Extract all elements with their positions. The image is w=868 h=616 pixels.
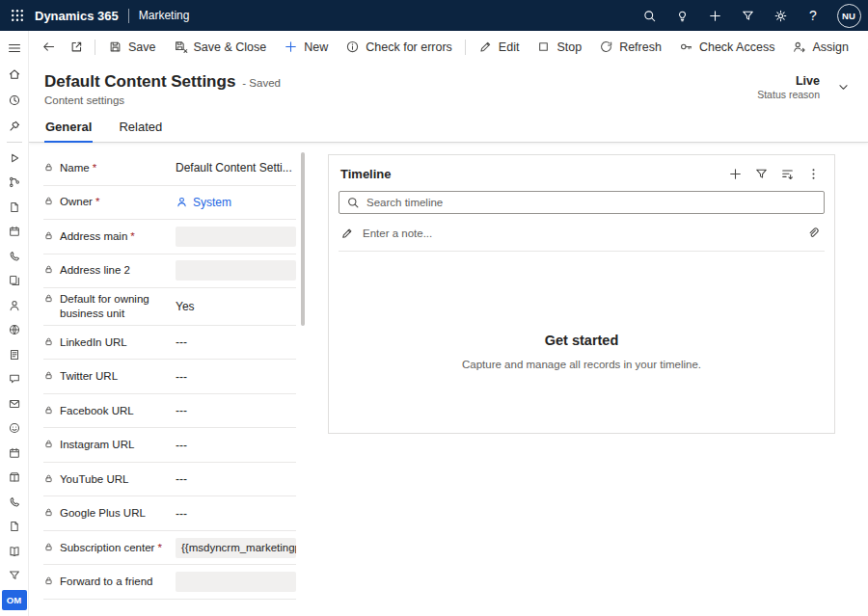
lock-icon (43, 230, 54, 241)
sidebar-item-person[interactable] (0, 293, 29, 318)
sidebar-item-form[interactable] (0, 342, 29, 367)
save-and-close-label: Save & Close (194, 40, 267, 54)
filter-button[interactable] (731, 0, 764, 31)
app-name[interactable]: Marketing (139, 9, 190, 22)
instagram-value: --- (176, 439, 187, 452)
tab-general[interactable]: General (44, 120, 93, 143)
sidebar-item-home[interactable] (0, 61, 29, 87)
new-button[interactable]: New (275, 35, 337, 60)
sidebar-item-pinned[interactable] (0, 113, 29, 139)
edit-button[interactable]: Edit (470, 35, 529, 60)
save-button[interactable]: Save (99, 35, 165, 60)
share-button[interactable]: Share (857, 35, 868, 60)
chat-icon (8, 372, 21, 386)
open-record-button[interactable] (63, 35, 91, 60)
timeline-search-input[interactable] (339, 191, 825, 214)
header-expand-button[interactable] (831, 76, 854, 99)
timeline-search (339, 191, 825, 214)
field-row-address-main: Address main* (43, 220, 296, 254)
quick-create-button[interactable] (698, 0, 731, 31)
address-main-input[interactable] (176, 227, 296, 247)
status-reason-value: Live (757, 74, 820, 88)
sidebar-item-recent[interactable] (0, 87, 29, 113)
record-header: Default Content Settings - Saved Content… (29, 63, 868, 143)
field-label: Owner* (43, 195, 171, 209)
field-label: Google Plus URL (43, 506, 171, 521)
timeline-note-input[interactable] (363, 228, 795, 239)
entity-subtitle: Content settings (44, 94, 757, 106)
check-for-errors-button[interactable]: Check for errors (337, 35, 461, 60)
sidebar-item-book[interactable] (0, 539, 29, 564)
lock-icon (43, 196, 54, 206)
form-icon (8, 348, 21, 362)
page-shell: OM Save Save & Close New Check for error… (0, 31, 868, 616)
home-icon (8, 67, 21, 81)
form-tabs: General Related (44, 120, 163, 143)
lightbulb-button[interactable] (665, 0, 698, 31)
scrollbar-thumb[interactable] (301, 152, 305, 326)
sidebar-item-funnel[interactable] (0, 564, 29, 589)
search-button[interactable] (633, 0, 665, 31)
stop-icon (536, 40, 551, 54)
assign-button[interactable]: Assign (783, 35, 857, 60)
sitemap-toggle-button[interactable] (0, 35, 29, 61)
person-icon (176, 196, 188, 208)
sidebar-item-document-2[interactable] (0, 515, 29, 540)
sidebar-item-chat[interactable] (0, 367, 29, 392)
sidebar-item-copy[interactable] (0, 269, 29, 294)
plus-icon (708, 9, 722, 23)
lock-icon (43, 293, 54, 304)
owner-lookup-link[interactable]: System (176, 196, 296, 209)
attach-file-button[interactable] (803, 224, 823, 243)
back-button[interactable] (35, 35, 63, 60)
field-label: Address line 2 (43, 263, 171, 278)
field-label-text: LinkedIn URL (60, 336, 127, 348)
sidebar-item-phone[interactable] (0, 244, 29, 269)
field-label-text: Default for owning business unit (60, 293, 149, 319)
account-button[interactable]: NU (829, 0, 868, 31)
save-and-close-button[interactable]: Save & Close (165, 35, 276, 60)
stop-button[interactable]: Stop (528, 35, 590, 60)
field-value: --- (171, 370, 296, 384)
branch-icon (8, 175, 21, 189)
field-row-facebook-url: Facebook URL --- (43, 394, 296, 429)
sidebar-item-mail[interactable] (0, 391, 29, 416)
app-launcher-button[interactable] (0, 0, 35, 31)
settings-button[interactable] (764, 0, 797, 31)
sidebar-item-phone-2[interactable] (0, 490, 29, 515)
area-switcher[interactable]: OM (2, 590, 27, 610)
refresh-button[interactable]: Refresh (590, 35, 670, 60)
sidebar-item-calendar-2[interactable] (0, 441, 29, 466)
timeline-more-button[interactable] (800, 162, 827, 185)
sidebar-item-globe[interactable] (0, 318, 29, 343)
field-row-forward-to-a-friend: Forward to a friend (43, 565, 296, 600)
timeline-add-button[interactable] (722, 162, 748, 185)
help-button[interactable]: ? (797, 0, 829, 31)
subscription-center-value: {{msdyncrm_marketingp (181, 542, 296, 553)
forward-friend-input[interactable] (176, 572, 296, 592)
new-label: New (304, 40, 328, 54)
sidebar-item-document[interactable] (0, 195, 29, 220)
lock-icon (43, 336, 54, 347)
sidebar-item-smiley[interactable] (0, 416, 29, 442)
field-label-text: Twitter URL (60, 370, 118, 382)
field-label: YouTube URL (43, 472, 171, 487)
sidebar-item-branch[interactable] (0, 171, 29, 196)
sidebar-item-box[interactable] (0, 466, 29, 491)
check-access-label: Check Access (699, 40, 775, 54)
sidebar-item-play[interactable] (0, 146, 29, 171)
globe-icon (8, 323, 21, 336)
subscription-center-input[interactable]: {{msdyncrm_marketingp (176, 538, 296, 558)
field-value (171, 227, 296, 247)
save-label: Save (128, 40, 156, 54)
field-label: Name* (43, 161, 171, 175)
field-row-twitter-url: Twitter URL --- (43, 360, 296, 394)
form-scrollbar (300, 152, 306, 616)
address-line2-input[interactable] (176, 260, 296, 281)
timeline-collapse-all-button[interactable] (774, 162, 800, 185)
check-access-button[interactable]: Check Access (670, 35, 784, 60)
tab-related[interactable]: Related (118, 120, 163, 143)
sidebar-item-calendar[interactable] (0, 220, 29, 245)
timeline-filter-button[interactable] (748, 162, 774, 185)
stop-label: Stop (556, 40, 582, 54)
